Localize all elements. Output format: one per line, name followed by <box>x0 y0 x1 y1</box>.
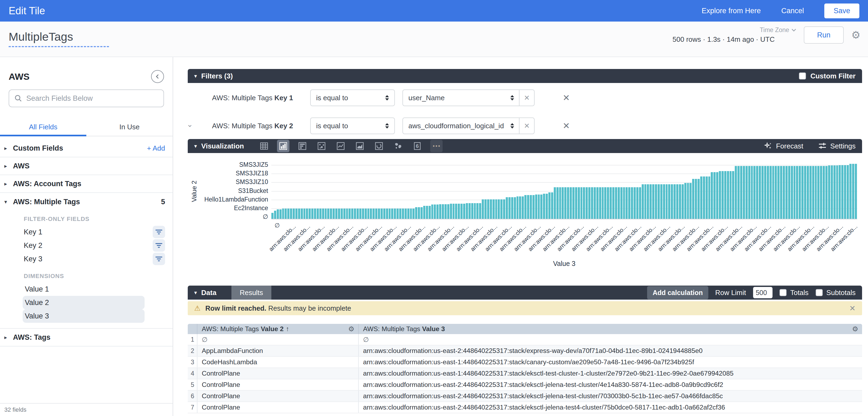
sidebar-item-aws-account-tags[interactable]: ▸ AWS: Account Tags <box>0 175 173 193</box>
cancel-button[interactable]: Cancel <box>781 7 804 15</box>
sidebar-item-aws[interactable]: ▸ AWS <box>0 158 173 175</box>
chart-bar <box>519 197 521 219</box>
cell-value-3: arn:aws:cloudformation:us-east-2:4486402… <box>359 402 862 413</box>
filter-lines-icon <box>155 255 163 263</box>
sparkles-icon <box>764 142 772 150</box>
remove-filter-icon[interactable]: ✕ <box>563 121 570 131</box>
chart-bar <box>751 166 753 219</box>
filter-field-button[interactable] <box>153 253 165 265</box>
column-header-value-2[interactable]: AWS: Multiple Tags Value 2↑ ⚙ <box>197 324 359 334</box>
run-button[interactable]: Run <box>804 26 844 44</box>
chart-bar <box>796 166 798 219</box>
totals-checkbox[interactable] <box>779 289 786 296</box>
cell-value-2: CodeHashLambda <box>197 357 359 368</box>
tab-all-fields[interactable]: All Fields <box>0 118 86 136</box>
chart-bar <box>780 166 782 219</box>
field-key-2[interactable]: Key 2 <box>0 239 173 252</box>
fields-sidebar: AWS All Fields In Use ▸ Custom Fields + … <box>0 57 173 416</box>
forecast-button[interactable]: Forecast <box>764 142 803 150</box>
chart-bar <box>306 209 308 219</box>
clear-value-icon[interactable]: ✕ <box>519 118 534 134</box>
column-gear-icon[interactable]: ⚙ <box>348 325 354 333</box>
field-value-2[interactable]: Value 2 <box>23 296 145 309</box>
filter-operator-select[interactable]: is equal to <box>310 90 395 106</box>
table-row: 1∅∅ <box>188 334 862 345</box>
collapse-sidebar-button[interactable] <box>151 70 164 83</box>
settings-button[interactable]: Settings <box>818 142 856 150</box>
sidebar-item-aws-multiple-tags[interactable]: ▾ AWS: Multiple Tags 5 <box>0 193 173 211</box>
custom-filter-toggle: Custom Filter <box>799 72 856 80</box>
area-chart-icon[interactable] <box>353 140 366 152</box>
visualization-panel-header: ▾ Visualization 6 Forecast Settings <box>188 139 862 153</box>
chart-bar <box>684 183 686 219</box>
field-search-box <box>9 90 164 107</box>
chart-bar <box>500 199 502 219</box>
field-key-3[interactable]: Key 3 <box>0 252 173 266</box>
y-tick-label: ∅ <box>263 213 268 220</box>
y-tick-label: S31Bucket <box>238 187 268 195</box>
filter-field-button[interactable] <box>153 239 165 252</box>
cell-value-3: arn:aws:cloudformation:us-east-1:4486402… <box>359 368 862 379</box>
chart-bar <box>572 187 575 219</box>
filter-operator-select[interactable]: is equal to <box>310 117 395 134</box>
add-custom-field-button[interactable]: + Add <box>147 144 165 152</box>
chart-bar <box>732 171 734 219</box>
donut-icon[interactable] <box>373 140 385 152</box>
explore-from-here-button[interactable]: Explore from Here <box>702 7 761 15</box>
app-root: Edit Tile Explore from Here Cancel Save … <box>0 0 868 416</box>
add-calculation-button[interactable]: Add calculation <box>647 286 708 299</box>
field-value-3[interactable]: Value 3 <box>23 309 145 323</box>
select-arrows-icon <box>510 123 514 129</box>
line-chart-icon[interactable] <box>335 140 347 152</box>
tab-in-use[interactable]: In Use <box>86 118 173 136</box>
chart-bar <box>490 199 492 219</box>
filter-value-select[interactable]: aws_cloudformation_logical_id ✕ <box>402 117 535 134</box>
chart-bar <box>727 171 729 219</box>
table-icon[interactable] <box>258 140 270 152</box>
close-icon[interactable]: ✕ <box>849 304 856 313</box>
field-key-1[interactable]: Key 1 <box>0 225 173 239</box>
sidebar-item-aws-tags[interactable]: ▸ AWS: Tags <box>0 329 173 346</box>
chart-bar <box>849 164 851 219</box>
filter-field-button[interactable] <box>153 226 165 238</box>
table-row: 2AppLambdaFunctionarn:aws:cloudformation… <box>188 345 862 357</box>
more-icon[interactable] <box>430 140 443 152</box>
caret-down-icon[interactable]: ▾ <box>194 143 197 149</box>
column-gear-icon[interactable]: ⚙ <box>852 325 858 333</box>
field-value-1[interactable]: Value 1 <box>23 282 145 296</box>
single-value-icon[interactable]: 6 <box>411 140 424 152</box>
chart-bar <box>471 203 473 219</box>
search-input[interactable] <box>26 94 158 103</box>
save-button[interactable]: Save <box>824 3 859 18</box>
chart-bar <box>620 187 623 219</box>
chart-bar <box>314 209 316 219</box>
gear-icon[interactable]: ⚙ <box>851 30 861 40</box>
caret-down-icon[interactable]: ▾ <box>194 289 197 296</box>
timezone-dropdown[interactable]: Time Zone <box>760 26 796 34</box>
query-stats: 500 rows · 1.3s · 14m ago · UTC <box>673 35 775 44</box>
caret-down-icon[interactable]: ▾ <box>194 73 197 79</box>
chart-bar <box>783 166 785 219</box>
bar-chart-icon[interactable] <box>277 140 289 152</box>
tile-name-input[interactable]: MultipleTags <box>9 30 109 47</box>
chart-bar <box>804 166 806 219</box>
custom-filter-checkbox[interactable] <box>799 72 806 79</box>
filter-value-select[interactable]: user_Name ✕ <box>402 90 535 106</box>
chart-bar <box>341 209 343 219</box>
chart-bar <box>290 209 292 219</box>
chart-bar <box>546 194 548 219</box>
field-count-badge: 5 <box>161 198 165 206</box>
subtotals-checkbox[interactable] <box>816 289 823 296</box>
chart-bar <box>362 209 364 219</box>
map-icon[interactable] <box>392 140 404 152</box>
scatter-icon[interactable] <box>315 140 328 152</box>
horizontal-bar-icon[interactable] <box>296 140 309 152</box>
sidebar-item-custom-fields[interactable]: ▸ Custom Fields + Add <box>0 140 173 158</box>
remove-filter-icon[interactable]: ✕ <box>563 93 570 103</box>
chart-bar <box>322 209 324 219</box>
row-limit-warning-banner: ⚠ Row limit reached. Results may be inco… <box>188 301 862 315</box>
clear-value-icon[interactable]: ✕ <box>519 90 534 106</box>
tab-results[interactable]: Results <box>231 286 271 300</box>
row-limit-input[interactable] <box>753 287 773 298</box>
column-header-value-3[interactable]: AWS: Multiple Tags Value 3 ⚙ <box>359 324 862 334</box>
